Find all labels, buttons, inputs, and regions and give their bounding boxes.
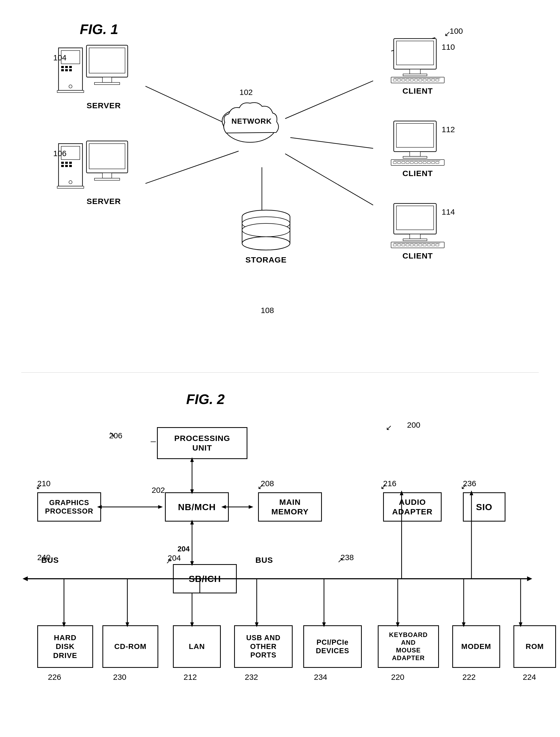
svg-rect-27	[65, 165, 68, 167]
svg-rect-28	[69, 165, 72, 167]
client1-label: CLIENT	[399, 86, 436, 96]
svg-rect-9	[61, 66, 64, 68]
svg-rect-25	[69, 162, 72, 164]
svg-rect-33	[102, 173, 112, 178]
ref-106: 106	[53, 149, 67, 158]
server2-group: 106 SERVER	[56, 138, 130, 208]
svg-rect-81	[427, 162, 430, 164]
ref-110: 110	[442, 43, 455, 52]
svg-rect-96	[419, 244, 422, 246]
svg-rect-97	[423, 244, 426, 246]
svg-rect-18	[89, 48, 125, 73]
svg-rect-61	[414, 79, 418, 81]
svg-rect-92	[402, 244, 405, 246]
svg-rect-82	[432, 162, 435, 164]
client3-group: 114 CLIENT	[388, 202, 447, 250]
svg-rect-56	[393, 79, 396, 81]
svg-rect-70	[403, 156, 427, 158]
svg-marker-113	[221, 505, 226, 509]
ref-108: 108	[261, 306, 274, 315]
svg-rect-78	[414, 162, 418, 164]
svg-rect-77	[410, 162, 413, 164]
svg-rect-60	[410, 79, 413, 81]
server1-group: 104 SERVER	[56, 43, 130, 112]
svg-rect-20	[94, 82, 120, 85]
svg-rect-99	[432, 244, 435, 246]
server2-label: SERVER	[80, 197, 128, 206]
network-label: NETWORK	[231, 117, 269, 126]
svg-rect-68	[396, 123, 434, 147]
svg-line-5	[285, 154, 373, 205]
svg-rect-14	[69, 69, 72, 71]
ref-112: 112	[442, 125, 455, 134]
svg-line-1	[146, 151, 239, 184]
server1-label: SERVER	[80, 101, 128, 110]
svg-rect-57	[397, 79, 401, 81]
svg-marker-119	[23, 576, 28, 581]
svg-rect-58	[402, 79, 405, 81]
svg-rect-85	[396, 206, 434, 230]
ref-102: 102	[239, 88, 253, 97]
svg-rect-90	[393, 244, 396, 246]
ref-104: 104	[53, 53, 67, 62]
svg-rect-91	[397, 244, 401, 246]
svg-rect-34	[94, 178, 120, 180]
svg-point-47	[242, 237, 290, 250]
ref-114: 114	[442, 208, 455, 217]
svg-rect-86	[410, 234, 420, 239]
svg-rect-53	[403, 74, 427, 76]
svg-marker-110	[158, 505, 163, 509]
client1-group: 110	[388, 37, 447, 85]
svg-marker-112	[249, 505, 254, 509]
svg-rect-12	[61, 69, 64, 71]
svg-rect-16	[57, 90, 84, 93]
network-group: 102 NETWORK	[218, 98, 282, 152]
svg-marker-125	[126, 622, 129, 627]
svg-marker-137	[519, 622, 522, 627]
svg-rect-80	[423, 162, 426, 164]
svg-rect-76	[406, 162, 409, 164]
svg-line-4	[290, 138, 373, 148]
svg-rect-13	[65, 69, 68, 71]
svg-rect-23	[61, 162, 64, 164]
svg-rect-87	[403, 239, 427, 241]
svg-rect-32	[89, 144, 125, 169]
svg-rect-74	[397, 162, 401, 164]
storage-group: STORAGE 108	[239, 208, 293, 255]
svg-rect-51	[396, 41, 434, 65]
svg-point-49	[242, 224, 290, 237]
svg-marker-102	[190, 457, 194, 462]
svg-rect-66	[436, 79, 439, 81]
svg-rect-79	[419, 162, 422, 164]
ref-100: 100	[450, 27, 463, 36]
svg-rect-94	[410, 244, 413, 246]
svg-marker-117	[470, 490, 473, 495]
svg-point-29	[69, 181, 72, 184]
svg-rect-73	[393, 162, 396, 164]
svg-marker-115	[400, 490, 404, 495]
svg-rect-75	[402, 162, 405, 164]
client3-label: CLIENT	[399, 251, 436, 261]
client2-group: 112 CLIENT	[388, 120, 447, 168]
svg-rect-98	[427, 244, 430, 246]
svg-marker-103	[190, 489, 194, 494]
client2-label: CLIENT	[399, 169, 436, 178]
svg-marker-109	[97, 505, 102, 509]
svg-rect-52	[410, 69, 420, 74]
svg-marker-120	[527, 576, 532, 581]
svg-rect-26	[61, 165, 64, 167]
storage-label: STORAGE	[245, 255, 287, 264]
svg-point-15	[69, 85, 72, 88]
svg-marker-127	[190, 622, 194, 627]
svg-rect-10	[65, 66, 68, 68]
svg-rect-30	[57, 186, 84, 188]
svg-rect-65	[432, 79, 435, 81]
svg-marker-133	[396, 622, 400, 627]
svg-rect-24	[65, 162, 68, 164]
svg-rect-100	[436, 244, 439, 246]
svg-rect-69	[410, 152, 420, 156]
svg-rect-62	[419, 79, 422, 81]
svg-rect-11	[69, 66, 72, 68]
svg-rect-64	[427, 79, 430, 81]
svg-rect-95	[414, 244, 418, 246]
